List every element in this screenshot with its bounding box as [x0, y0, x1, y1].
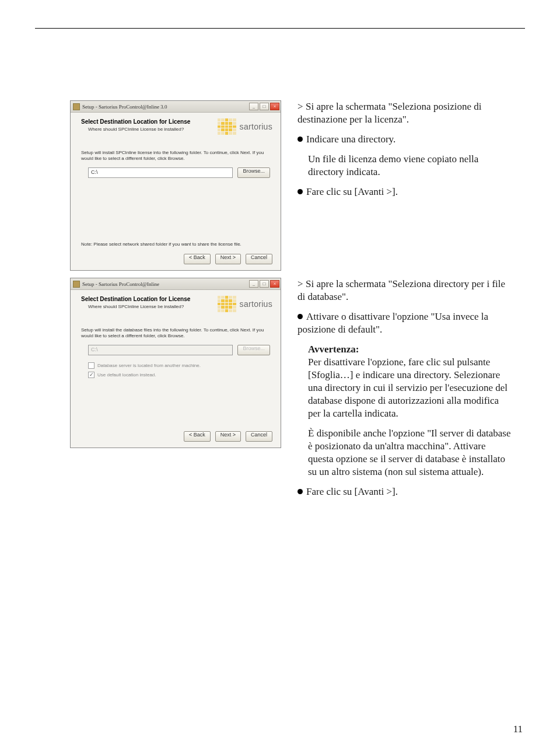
- brand-logo: sartorius: [218, 118, 272, 135]
- logo-icon: [218, 118, 236, 135]
- step-open: >Si apre la schermata "Seleziona directo…: [298, 278, 513, 303]
- note-copied: Un file di licenza demo viene copiato ne…: [298, 153, 513, 179]
- app-icon: [73, 103, 80, 110]
- text: Un file di licenza demo viene copiato ne…: [308, 153, 478, 177]
- browse-button[interactable]: Browse...: [237, 167, 270, 178]
- cancel-button[interactable]: Cancel: [246, 254, 272, 264]
- text: Fare clic su [Avanti >].: [306, 486, 398, 497]
- text: Fare clic su [Avanti >].: [306, 186, 398, 197]
- checkbox-label: Database server is located from another …: [97, 363, 201, 368]
- step-toggle: Attivare o disattivare l'opzione "Usa in…: [298, 310, 513, 336]
- titlebar: Setup - Sartorius ProControl@Inline _ □ …: [71, 278, 281, 290]
- logo-text: sartorius: [240, 299, 272, 309]
- close-button[interactable]: ×: [270, 280, 279, 288]
- cancel-button[interactable]: Cancel: [246, 431, 272, 442]
- dialog-subheading: Where should SPCInline License be instal…: [88, 304, 205, 310]
- text: È disponibile anche l'opzione "Il server…: [308, 428, 511, 477]
- text-block-2: >Si apre la schermata "Seleziona directo…: [298, 278, 513, 505]
- text: Si apre la schermata "Seleziona director…: [298, 278, 505, 302]
- bullet-icon: [298, 137, 303, 142]
- option-note: È disponibile anche l'opzione "Il server…: [298, 427, 513, 478]
- brand-logo: sartorius: [218, 296, 272, 312]
- dialog-body: Select Destination Location for License …: [71, 113, 281, 270]
- maximize-button[interactable]: □: [260, 280, 269, 288]
- page-number: 11: [513, 723, 523, 735]
- dialog-subheading: Where should SPCInline License be instal…: [88, 127, 205, 132]
- step-next: Fare clic su [Avanti >].: [298, 186, 513, 198]
- step-open: >Si apre la schermata "Seleziona posizio…: [298, 100, 513, 126]
- dialog-heading: Select Destination Location for License: [81, 118, 190, 125]
- screenshot-1: Setup - Sartorius ProControl@Inline 3.0 …: [70, 100, 281, 271]
- text: Indicare una directory.: [306, 134, 396, 145]
- path-row: C:\ Browse...: [88, 167, 270, 178]
- maximize-button[interactable]: □: [260, 103, 269, 110]
- checkbox-checked[interactable]: ✓: [88, 372, 94, 378]
- checkbox-row-2: ✓ Use default location instead.: [88, 372, 156, 378]
- next-button[interactable]: Next >: [215, 431, 241, 442]
- step-next: Fare clic su [Avanti >].: [298, 485, 513, 498]
- bullet-icon: [298, 314, 303, 319]
- page: Setup - Sartorius ProControl@Inline 3.0 …: [0, 0, 560, 755]
- logo-text: sartorius: [240, 122, 272, 131]
- top-rule: [35, 28, 525, 29]
- app-icon: [73, 281, 80, 288]
- text: Si apre la schermata "Seleziona posizion…: [298, 101, 482, 125]
- bullet-icon: [298, 189, 303, 194]
- minimize-button[interactable]: _: [249, 280, 258, 288]
- warning: Avvertenza: Per disattivare l'opzione, f…: [298, 343, 513, 420]
- step-indicate: Indicare una directory.: [298, 133, 513, 146]
- warning-title: Avvertenza:: [308, 344, 359, 355]
- titlebar: Setup - Sartorius ProControl@Inline 3.0 …: [71, 101, 281, 113]
- checkbox-label: Use default location instead.: [97, 372, 156, 378]
- screenshot-2: Setup - Sartorius ProControl@Inline _ □ …: [70, 278, 281, 448]
- window-title: Setup - Sartorius ProControl@Inline: [82, 281, 249, 287]
- text: Attivare o disattivare l'opzione "Usa in…: [298, 311, 488, 335]
- path-input[interactable]: C:\: [88, 167, 233, 178]
- dialog-heading: Select Destination Location for License: [81, 296, 190, 302]
- instruction-text: Setup will install the database files in…: [81, 327, 268, 339]
- next-button[interactable]: Next >: [215, 254, 241, 264]
- text-block-1: >Si apre la schermata "Seleziona posizio…: [298, 100, 513, 205]
- instruction-text: Setup will install SPCInline license int…: [81, 150, 268, 162]
- window-title: Setup - Sartorius ProControl@Inline 3.0: [82, 104, 249, 110]
- note-text: Note: Please select network shared folde…: [81, 242, 268, 247]
- button-row: < Back Next > Cancel: [184, 254, 272, 264]
- warning-body: Per disattivare l'opzione, fare clic sul…: [308, 356, 508, 419]
- back-button[interactable]: < Back: [184, 431, 211, 442]
- checkbox-row-1: Database server is located from another …: [88, 362, 201, 369]
- back-button[interactable]: < Back: [184, 254, 211, 264]
- path-input-disabled: C:\: [88, 345, 233, 355]
- dialog-body: Select Destination Location for License …: [71, 290, 281, 448]
- window-buttons: _ □ ×: [249, 103, 279, 110]
- bullet-icon: [298, 489, 303, 494]
- window-buttons: _ □ ×: [249, 280, 279, 288]
- browse-button-disabled: Browse...: [237, 345, 270, 355]
- path-row: C:\ Browse...: [88, 345, 270, 355]
- close-button[interactable]: ×: [270, 103, 279, 110]
- checkbox-unchecked[interactable]: [88, 362, 94, 369]
- button-row: < Back Next > Cancel: [184, 431, 272, 442]
- minimize-button[interactable]: _: [249, 103, 258, 110]
- logo-icon: [218, 296, 236, 312]
